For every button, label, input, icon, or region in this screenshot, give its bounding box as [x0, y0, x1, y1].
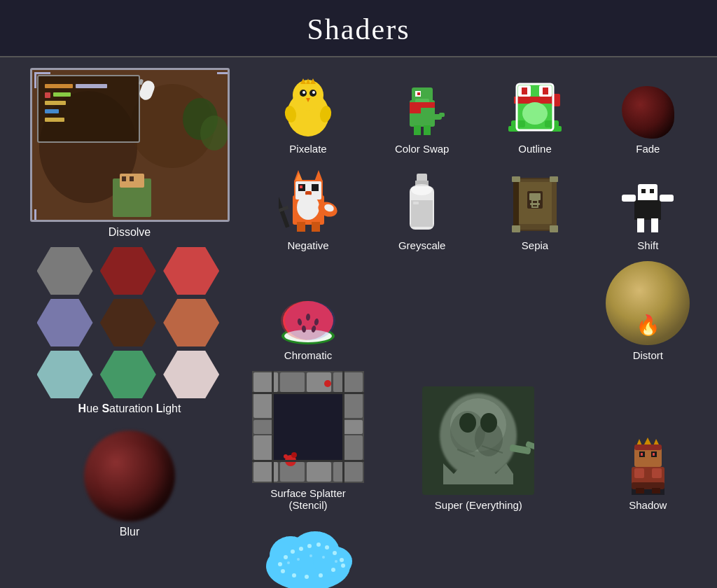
svg-rect-159: [653, 453, 655, 456]
svg-rect-99: [638, 184, 657, 202]
surface-label: Surface Splatter(Stencil): [270, 487, 346, 511]
shift-image: [620, 181, 675, 235]
svg-rect-46: [414, 125, 421, 135]
svg-rect-68: [312, 184, 319, 191]
svg-rect-20: [228, 72, 230, 85]
svg-point-116: [285, 301, 335, 340]
svg-rect-6: [122, 176, 126, 181]
svg-rect-55: [543, 88, 548, 94]
svg-rect-131: [253, 372, 278, 392]
svg-rect-104: [651, 218, 658, 232]
hex-1: [37, 247, 93, 295]
svg-rect-10: [45, 84, 73, 88]
svg-rect-13: [53, 92, 71, 97]
svg-point-84: [411, 184, 432, 195]
hex-6: [163, 299, 219, 346]
hex-2: [100, 247, 156, 295]
dither-image: [259, 521, 357, 588]
hex-7: [37, 351, 93, 398]
svg-rect-94: [513, 178, 519, 231]
svg-rect-140: [253, 420, 273, 434]
hsl-section: Hue Saturation Light: [14, 247, 245, 415]
svg-rect-102: [660, 195, 674, 202]
svg-rect-142: [343, 393, 363, 418]
svg-rect-49: [439, 113, 445, 117]
surface-image: [252, 371, 364, 483]
svg-point-194: [309, 554, 312, 557]
svg-rect-45: [410, 105, 421, 113]
header: Shaders: [0, 0, 717, 57]
super-cell: Super (Everything): [367, 386, 590, 515]
svg-rect-21: [34, 209, 36, 222]
svg-rect-135: [253, 462, 278, 482]
svg-point-179: [291, 550, 295, 554]
page-container: Shaders: [0, 0, 717, 588]
distort-cell: 🔥 Distort: [593, 261, 703, 365]
svg-point-190: [331, 568, 335, 572]
svg-rect-12: [45, 92, 50, 98]
sepia-image: [508, 174, 562, 235]
svg-point-146: [291, 452, 297, 458]
svg-rect-19: [217, 72, 230, 74]
blur-label: Blur: [120, 526, 139, 538]
hex-5: [100, 299, 156, 346]
fade-label: Fade: [636, 143, 660, 155]
hsl-s: S: [102, 402, 109, 414]
svg-rect-17: [34, 72, 47, 74]
dither-cell: Dither: [252, 521, 364, 588]
svg-rect-106: [650, 189, 654, 193]
distort-label: Distort: [633, 349, 663, 361]
svg-point-192: [287, 561, 290, 564]
hex-9: [163, 351, 219, 398]
hsl-h: H: [78, 402, 87, 414]
distort-image: 🔥: [606, 261, 690, 345]
svg-point-196: [335, 560, 337, 563]
svg-rect-97: [550, 176, 558, 182]
hex-8: [100, 351, 156, 398]
svg-rect-95: [512, 176, 520, 182]
svg-point-123: [459, 413, 476, 433]
svg-rect-161: [634, 468, 644, 478]
svg-point-181: [307, 544, 312, 548]
fade-image: [622, 86, 674, 139]
pixelate-image: [277, 76, 340, 139]
shadow-label: Shadow: [629, 499, 667, 511]
svg-point-186: [281, 569, 285, 573]
shadow-cell: Shadow: [593, 432, 703, 515]
outline-cell: Outline: [480, 77, 590, 159]
hex-4: [37, 299, 93, 346]
svg-rect-100: [634, 200, 661, 220]
svg-rect-14: [45, 101, 66, 105]
svg-rect-16: [45, 118, 64, 122]
svg-rect-150: [252, 460, 364, 462]
svg-point-185: [340, 558, 344, 562]
negative-image: [279, 169, 338, 235]
left-pane: Dissolve: [14, 68, 245, 588]
svg-point-191: [341, 564, 345, 568]
svg-point-147: [284, 454, 288, 458]
svg-rect-54: [522, 88, 527, 94]
shift-label: Shift: [637, 239, 658, 251]
super-label: Super (Everything): [435, 499, 522, 511]
svg-point-188: [305, 575, 309, 579]
svg-rect-69: [300, 186, 302, 188]
svg-point-195: [322, 556, 325, 559]
svg-rect-143: [343, 420, 363, 434]
svg-rect-78: [312, 222, 320, 232]
distort-fire-icon: 🔥: [636, 314, 660, 337]
colorswap-label: Color Swap: [395, 143, 450, 155]
svg-rect-91: [529, 193, 541, 200]
sepia-label: Sepia: [522, 239, 548, 251]
svg-rect-139: [253, 393, 273, 418]
svg-rect-132: [280, 372, 305, 392]
svg-point-178: [284, 555, 288, 559]
svg-rect-86: [413, 202, 419, 204]
svg-point-34: [302, 91, 305, 94]
dissolve-svg: [32, 70, 230, 222]
svg-rect-130: [273, 392, 343, 462]
svg-rect-141: [253, 435, 273, 460]
hsl-label: Hue Saturation Light: [78, 402, 181, 415]
hsl-grid: [37, 247, 223, 398]
svg-point-148: [324, 380, 331, 387]
svg-rect-11: [76, 84, 107, 88]
